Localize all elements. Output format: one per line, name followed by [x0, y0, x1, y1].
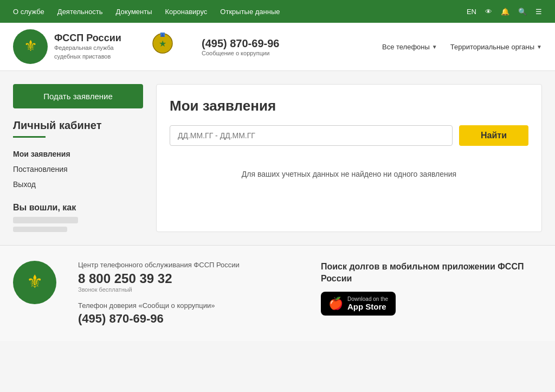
free-call-label: Звонок бесплатный	[78, 286, 299, 293]
apple-icon: 🍎	[328, 297, 343, 311]
user-name-placeholder	[13, 217, 78, 223]
site-footer: ⚜ Центр телефонного обслуживания ФССП Ро…	[0, 245, 555, 341]
sidebar: Подать заявление Личный кабинет Мои заяв…	[13, 84, 143, 232]
all-phones-link[interactable]: Все телефоны ▼	[382, 43, 437, 51]
logo-text: ФССП России Федеральная служба судебных …	[54, 33, 130, 61]
user-email-placeholder	[13, 227, 67, 232]
search-row: Найти	[170, 125, 528, 146]
menu-icon[interactable]: ☰	[535, 8, 542, 16]
top-navigation: О службе Деятельность Документы Коронави…	[0, 0, 555, 23]
regional-label: Территориальные органы	[450, 43, 534, 51]
call-center-label: Центр телефонного обслуживания ФССП Росс…	[78, 261, 299, 269]
sidebar-item-decrees[interactable]: Постановления	[13, 162, 143, 177]
date-range-input[interactable]	[170, 125, 453, 146]
main-wrapper: Подать заявление Личный кабинет Мои заяв…	[0, 71, 555, 245]
header-contacts: Все телефоны ▼ Территориальные органы ▼	[382, 43, 542, 51]
trust-label: Телефон доверия «Сообщи о коррупции»	[78, 301, 299, 310]
user-section-title: Вы вошли, как	[13, 203, 143, 213]
footer-logo: ⚜	[13, 261, 56, 304]
all-phones-dropdown-arrow: ▼	[432, 44, 437, 50]
main-content: Мои заявления Найти Для ваших учетных да…	[156, 84, 542, 232]
phone-label: Сообщение о коррупции	[202, 50, 279, 56]
lang-switch[interactable]: EN	[467, 8, 476, 16]
user-section: Вы вошли, как	[13, 203, 143, 232]
nav-activity[interactable]: Деятельность	[57, 8, 103, 16]
footer-logo-svg: ⚜	[13, 261, 56, 304]
footer-app-section: Поиск долгов в мобильном приложении ФССП…	[321, 261, 542, 320]
nav-opendata[interactable]: Открытые данные	[220, 8, 280, 16]
medal-container: ★	[152, 33, 173, 61]
logo-area: ⚜ ФССП России Федеральная служба судебны…	[13, 29, 130, 64]
app-store-button[interactable]: 🍎 Download on the App Store	[321, 292, 396, 316]
app-store-text: Download on the App Store	[347, 296, 388, 311]
nav-about[interactable]: О службе	[13, 8, 44, 16]
medal-icon: ★	[152, 33, 173, 60]
notifications-icon[interactable]: 🔔	[501, 8, 509, 16]
footer-contacts: Центр телефонного обслуживания ФССП Росс…	[78, 261, 299, 326]
header-phone: (495) 870-69-96 Сообщение о коррупции	[202, 37, 279, 56]
search-icon[interactable]: 🔍	[518, 8, 527, 16]
svg-text:★: ★	[159, 39, 166, 48]
footer-eagle-svg: ⚜	[16, 264, 54, 301]
main-phone-number: (495) 870-69-96	[202, 37, 279, 50]
nav-documents[interactable]: Документы	[116, 8, 152, 16]
cabinet-title: Личный кабинет	[13, 119, 143, 132]
download-on-label: Download on the	[347, 296, 388, 302]
logo-image: ⚜	[13, 29, 48, 64]
empty-message: Для ваших учетных данных не найдено ни о…	[170, 159, 528, 189]
sidebar-divider	[13, 136, 46, 138]
app-section-title: Поиск долгов в мобильном приложении ФССП…	[321, 261, 542, 285]
sidebar-item-logout[interactable]: Выход	[13, 177, 143, 192]
all-phones-label: Все телефоны	[382, 43, 430, 51]
accessibility-icon[interactable]: 👁	[485, 8, 492, 16]
app-store-name: App Store	[347, 302, 388, 311]
nav-corona[interactable]: Коронавирус	[165, 8, 208, 16]
eagle-logo-svg: ⚜	[15, 31, 46, 62]
top-nav-actions: EN 👁 🔔 🔍 ☰	[467, 8, 542, 16]
regional-link[interactable]: Территориальные органы ▼	[450, 43, 542, 51]
org-name: ФССП России	[54, 33, 130, 44]
search-button[interactable]: Найти	[459, 125, 528, 146]
sidebar-navigation: Мои заявления Постановления Выход	[13, 146, 143, 192]
page-title: Мои заявления	[170, 98, 528, 114]
trust-phone: (495) 870-69-96	[78, 312, 299, 326]
sidebar-item-my-applications[interactable]: Мои заявления	[13, 146, 143, 162]
call-center-phone: 8 800 250 39 32	[78, 271, 299, 286]
org-subtitle: Федеральная служба судебных приставов	[54, 44, 130, 61]
svg-text:⚜: ⚜	[27, 271, 43, 292]
svg-text:⚜: ⚜	[24, 37, 37, 54]
nav-links: О службе Деятельность Документы Коронави…	[13, 8, 280, 16]
site-header: ⚜ ФССП России Федеральная служба судебны…	[0, 23, 555, 71]
regional-dropdown-arrow: ▼	[537, 44, 542, 50]
submit-application-button[interactable]: Подать заявление	[13, 84, 143, 108]
